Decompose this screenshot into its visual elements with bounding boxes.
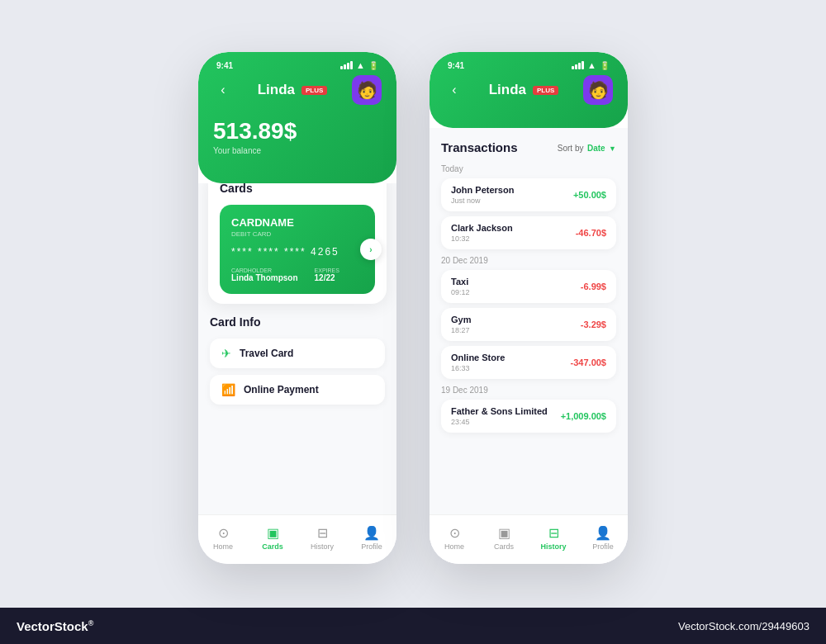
expires-field: EXPIRES 12/22 — [315, 268, 339, 282]
sort-chevron: ▼ — [609, 144, 616, 153]
home-label-2: Home — [444, 542, 464, 551]
footer-bar: VectorStock® VectorStock.com/29449603 — [0, 608, 826, 644]
nav-history-2[interactable]: ⊟ History — [529, 522, 578, 554]
travel-card-label: Travel Card — [240, 348, 293, 359]
trans-taxi[interactable]: Taxi 09:12 -6.99$ — [441, 270, 616, 303]
trans-clark[interactable]: Clark Jackson 10:32 -46.70$ — [441, 216, 616, 249]
balance-section: 513.89$ Your balance — [213, 111, 382, 167]
travel-card-item[interactable]: ✈ Travel Card — [210, 339, 385, 368]
trans-online-store-amount: -347.00$ — [571, 358, 606, 367]
cardholder-value: Linda Thompson — [231, 273, 298, 282]
transactions-body: Transactions Sort by Date ▼ Today John P… — [430, 128, 628, 564]
status-bar-1: 9:41 ▲ 🔋 — [213, 52, 382, 75]
cardholder-label: CARDHOLDER — [231, 268, 298, 273]
card-footer: CARDHOLDER Linda Thompson EXPIRES 12/22 — [231, 268, 363, 282]
phone1-body: Cards CARDNAME DEBIT CARD **** **** ****… — [198, 183, 396, 514]
back-button-1[interactable]: ‹ — [213, 80, 233, 100]
trans-john[interactable]: John Peterson Just now +50.00$ — [441, 178, 616, 211]
trans-clark-amount: -46.70$ — [576, 228, 606, 238]
card-info-section: Card Info ✈ Travel Card 📶 Online Payment — [198, 304, 396, 405]
card-visual: CARDNAME DEBIT CARD **** **** **** 4265 … — [220, 205, 375, 294]
bottom-nav-2: ⊙ Home ▣ Cards ⊟ History 👤 Profile — [430, 514, 628, 564]
home-label-1: Home — [213, 542, 233, 551]
profile-label-2: Profile — [592, 542, 614, 551]
profile-icon-1: 👤 — [363, 525, 380, 541]
date-group-today: Today — [441, 164, 616, 173]
card-next-btn[interactable]: › — [360, 239, 382, 260]
wifi-icon: 📶 — [221, 383, 235, 396]
cards-title: Cards — [220, 183, 375, 195]
trans-gym-info: Gym 18:27 — [451, 315, 471, 334]
header-name-1: Linda — [258, 82, 295, 98]
cards-section: Cards CARDNAME DEBIT CARD **** **** ****… — [208, 183, 387, 304]
header-name-2: Linda — [489, 82, 526, 98]
phone1-header: 9:41 ▲ 🔋 ‹ Linda PLUS — [198, 52, 396, 183]
card-wrapper: CARDNAME DEBIT CARD **** **** **** 4265 … — [220, 205, 375, 294]
card-info-title: Card Info — [210, 315, 385, 329]
nav-row-2: ‹ Linda PLUS 🧑 — [444, 75, 613, 105]
date-group-dec20: 20 Dec 2019 — [441, 256, 616, 265]
trans-clark-info: Clark Jackson 10:32 — [451, 223, 513, 243]
time-2: 9:41 — [448, 61, 464, 70]
trans-john-time: Just now — [451, 197, 514, 205]
status-icons-1: ▲ 🔋 — [340, 60, 378, 70]
transactions-title: Transactions — [441, 140, 518, 154]
trans-gym-amount: -3.29$ — [581, 320, 606, 329]
cards-icon-1: ▣ — [267, 525, 279, 541]
trans-father-sons-amount: +1,009.00$ — [561, 411, 606, 421]
cards-label-1: Cards — [262, 542, 283, 551]
sort-control[interactable]: Sort by Date ▼ — [558, 140, 616, 154]
time-1: 9:41 — [216, 61, 233, 70]
online-payment-item[interactable]: 📶 Online Payment — [210, 375, 385, 405]
nav-history-1[interactable]: ⊟ History — [297, 522, 347, 554]
plus-badge-1: PLUS — [301, 86, 327, 95]
trans-gym-time: 18:27 — [451, 326, 471, 334]
home-icon-1: ⊙ — [218, 525, 229, 541]
expires-label: EXPIRES — [315, 268, 339, 273]
trans-father-sons-time: 23:45 — [451, 418, 548, 426]
phone2-header: 9:41 ▲ 🔋 ‹ Linda PLUS — [430, 52, 628, 128]
nav-home-2[interactable]: ⊙ Home — [430, 522, 479, 554]
date-group-dec19: 19 Dec 2019 — [441, 386, 616, 395]
trans-taxi-amount: -6.99$ — [581, 282, 606, 291]
profile-label-1: Profile — [361, 542, 382, 551]
header-center-2: Linda PLUS — [489, 82, 559, 98]
balance-label: Your balance — [213, 146, 382, 155]
back-button-2[interactable]: ‹ — [444, 80, 464, 100]
trans-online-store[interactable]: Online Store 16:33 -347.00$ — [441, 346, 616, 379]
trans-clark-time: 10:32 — [451, 234, 513, 243]
nav-profile-2[interactable]: 👤 Profile — [578, 522, 628, 554]
card-type: DEBIT CARD — [231, 230, 363, 238]
trans-john-info: John Peterson Just now — [451, 185, 514, 205]
status-icons-2: ▲ 🔋 — [572, 60, 610, 70]
trans-online-store-info: Online Store 16:33 — [451, 353, 505, 372]
avatar-2: 🧑 — [583, 75, 613, 105]
trans-taxi-info: Taxi 09:12 — [451, 277, 470, 296]
balance-amount: 513.89$ — [213, 118, 382, 144]
trans-gym[interactable]: Gym 18:27 -3.29$ — [441, 308, 616, 341]
trans-father-sons-name: Father & Sons Limited — [451, 406, 548, 416]
vectorstock-logo: VectorStock® — [17, 619, 93, 633]
avatar-1: 🧑 — [352, 75, 382, 105]
trans-online-store-name: Online Store — [451, 353, 505, 362]
transactions-header: Transactions Sort by Date ▼ — [441, 140, 616, 154]
status-bar-2: 9:41 ▲ 🔋 — [444, 52, 613, 75]
nav-home-1[interactable]: ⊙ Home — [198, 522, 248, 554]
cardholder-field: CARDHOLDER Linda Thompson — [231, 268, 298, 282]
trans-father-sons[interactable]: Father & Sons Limited 23:45 +1,009.00$ — [441, 400, 616, 433]
nav-cards-2[interactable]: ▣ Cards — [479, 522, 529, 554]
trans-online-store-time: 16:33 — [451, 364, 505, 372]
trans-clark-name: Clark Jackson — [451, 223, 513, 233]
history-label-2: History — [540, 542, 566, 551]
nav-profile-1[interactable]: 👤 Profile — [347, 522, 396, 554]
nav-row-1: ‹ Linda PLUS 🧑 — [213, 75, 382, 105]
cards-icon-2: ▣ — [498, 525, 510, 541]
sort-label: Sort by — [558, 144, 584, 153]
cards-label-2: Cards — [494, 542, 514, 551]
card-name: CARDNAME — [231, 216, 363, 229]
trans-john-name: John Peterson — [451, 185, 514, 195]
history-icon-2: ⊟ — [548, 525, 559, 541]
trans-john-amount: +50.00$ — [573, 190, 606, 200]
nav-cards-1[interactable]: ▣ Cards — [248, 522, 297, 554]
trans-taxi-time: 09:12 — [451, 288, 470, 296]
